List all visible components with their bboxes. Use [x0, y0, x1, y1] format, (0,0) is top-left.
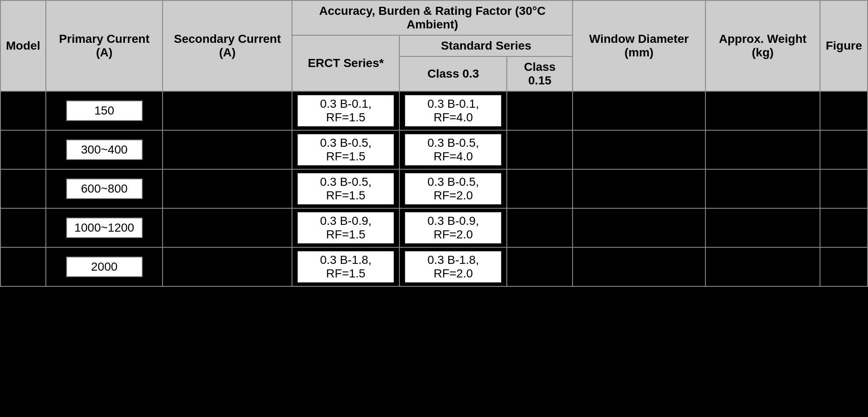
cell-secondary-0 [163, 91, 292, 130]
cell-weight-3 [705, 208, 820, 247]
header-class03: Class 0.3 [399, 56, 507, 91]
cell-erct-2: 0.3 B-0.5, RF=1.5 [292, 169, 399, 208]
table-row: 1000~1200 0.3 B-0.9, RF=1.5 0.3 B-0.9, R… [0, 208, 868, 247]
cell-model-3 [0, 208, 46, 247]
table-row: 150 0.3 B-0.1, RF=1.5 0.3 B-0.1, RF=4.0 [0, 91, 868, 130]
header-figure: Figure [820, 0, 868, 91]
cell-class015-4 [507, 247, 573, 286]
table-row: 2000 0.3 B-1.8, RF=1.5 0.3 B-1.8, RF=2.0 [0, 247, 868, 286]
header-primary-current: Primary Current (A) [46, 0, 163, 91]
header-row-1: Model Primary Current (A) Secondary Curr… [0, 0, 868, 35]
cell-figure-0 [820, 91, 868, 130]
cell-model-2 [0, 169, 46, 208]
cell-secondary-3 [163, 208, 292, 247]
cell-window-0 [573, 91, 705, 130]
cell-figure-4 [820, 247, 868, 286]
cell-weight-0 [705, 91, 820, 130]
cell-class03-3: 0.3 B-0.9, RF=2.0 [399, 208, 507, 247]
cell-class015-2 [507, 169, 573, 208]
header-erct-series: ERCT Series* [292, 35, 399, 91]
cell-primary-0: 150 [46, 91, 163, 130]
table-row: 600~800 0.3 B-0.5, RF=1.5 0.3 B-0.5, RF=… [0, 169, 868, 208]
header-standard-series: Standard Series [399, 35, 573, 56]
cell-erct-3: 0.3 B-0.9, RF=1.5 [292, 208, 399, 247]
main-table: Model Primary Current (A) Secondary Curr… [0, 0, 868, 287]
cell-model-0 [0, 91, 46, 130]
cell-weight-4 [705, 247, 820, 286]
cell-weight-2 [705, 169, 820, 208]
cell-erct-0: 0.3 B-0.1, RF=1.5 [292, 91, 399, 130]
cell-secondary-1 [163, 130, 292, 169]
cell-class015-1 [507, 130, 573, 169]
header-accuracy-group: Accuracy, Burden & Rating Factor (30°C A… [292, 0, 573, 35]
table-row: 300~400 0.3 B-0.5, RF=1.5 0.3 B-0.5, RF=… [0, 130, 868, 169]
cell-class03-2: 0.3 B-0.5, RF=2.0 [399, 169, 507, 208]
cell-secondary-2 [163, 169, 292, 208]
cell-primary-1: 300~400 [46, 130, 163, 169]
cell-figure-3 [820, 208, 868, 247]
cell-weight-1 [705, 130, 820, 169]
cell-primary-2: 600~800 [46, 169, 163, 208]
header-class015: Class 0.15 [507, 56, 573, 91]
cell-class015-3 [507, 208, 573, 247]
cell-window-2 [573, 169, 705, 208]
cell-class03-1: 0.3 B-0.5, RF=4.0 [399, 130, 507, 169]
cell-class015-0 [507, 91, 573, 130]
cell-class03-0: 0.3 B-0.1, RF=4.0 [399, 91, 507, 130]
cell-window-3 [573, 208, 705, 247]
cell-erct-4: 0.3 B-1.8, RF=1.5 [292, 247, 399, 286]
cell-class03-4: 0.3 B-1.8, RF=2.0 [399, 247, 507, 286]
cell-window-4 [573, 247, 705, 286]
header-secondary-current: Secondary Current (A) [163, 0, 292, 91]
cell-window-1 [573, 130, 705, 169]
header-approx-weight: Approx. Weight (kg) [705, 0, 820, 91]
header-window-diameter: Window Diameter (mm) [573, 0, 705, 91]
cell-figure-1 [820, 130, 868, 169]
header-model: Model [0, 0, 46, 91]
cell-figure-2 [820, 169, 868, 208]
cell-primary-3: 1000~1200 [46, 208, 163, 247]
cell-model-1 [0, 130, 46, 169]
cell-secondary-4 [163, 247, 292, 286]
cell-model-4 [0, 247, 46, 286]
cell-primary-4: 2000 [46, 247, 163, 286]
cell-erct-1: 0.3 B-0.5, RF=1.5 [292, 130, 399, 169]
